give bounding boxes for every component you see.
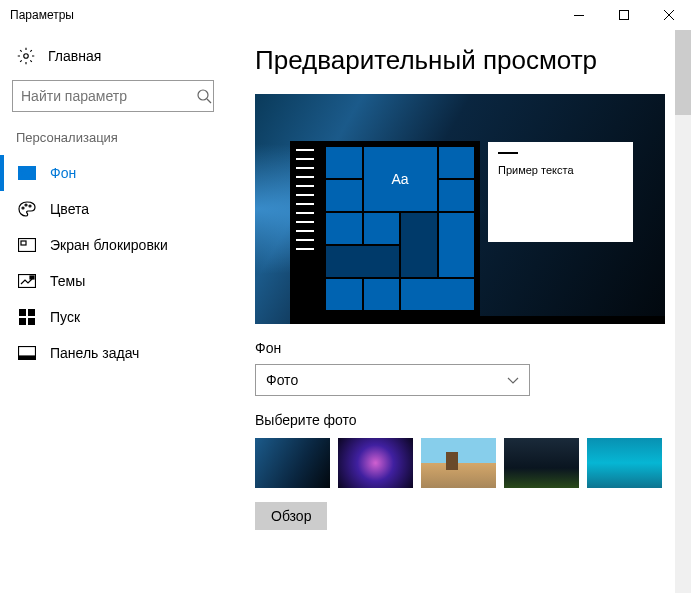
photo-thumbnail[interactable]	[255, 438, 330, 488]
svg-rect-1	[619, 11, 628, 20]
start-icon	[18, 309, 36, 325]
sample-tile: Aa	[364, 147, 437, 211]
photo-thumbnail[interactable]	[421, 438, 496, 488]
taskbar-preview	[290, 316, 665, 324]
svg-rect-0	[574, 15, 584, 16]
svg-rect-12	[30, 276, 34, 279]
photo-thumbnail[interactable]	[504, 438, 579, 488]
nav-label: Темы	[50, 273, 85, 289]
close-button[interactable]	[646, 0, 691, 30]
nav-label: Панель задач	[50, 345, 139, 361]
maximize-button[interactable]	[601, 0, 646, 30]
nav-label: Цвета	[50, 201, 89, 217]
home-label: Главная	[48, 48, 101, 64]
picture-icon	[18, 165, 36, 181]
photo-thumbnail[interactable]	[587, 438, 662, 488]
background-label: Фон	[255, 340, 671, 356]
nav-label: Пуск	[50, 309, 80, 325]
titlebar: Параметры	[0, 0, 691, 30]
home-nav[interactable]: Главная	[12, 40, 240, 72]
category-label: Персонализация	[12, 130, 240, 145]
svg-rect-10	[21, 241, 26, 245]
svg-rect-18	[19, 356, 36, 360]
window-title: Параметры	[10, 8, 556, 22]
taskbar-icon	[18, 345, 36, 361]
sidebar-item-themes[interactable]: Темы	[0, 263, 240, 299]
choose-photo-label: Выберите фото	[255, 412, 671, 428]
minimize-button[interactable]	[556, 0, 601, 30]
svg-point-2	[24, 54, 29, 59]
sidebar-item-taskbar[interactable]: Панель задач	[0, 335, 240, 371]
svg-point-6	[22, 207, 24, 209]
palette-icon	[18, 201, 36, 217]
search-box[interactable]	[12, 80, 214, 112]
svg-rect-13	[19, 309, 26, 316]
scrollbar-thumb[interactable]	[675, 30, 691, 115]
gear-icon	[16, 46, 36, 66]
photo-thumbnails	[255, 438, 671, 488]
page-title: Предварительный просмотр	[255, 45, 671, 76]
sidebar-item-lockscreen[interactable]: Экран блокировки	[0, 227, 240, 263]
search-input[interactable]	[21, 88, 196, 104]
svg-rect-14	[28, 309, 35, 316]
main-content: Предварительный просмотр Aa	[240, 30, 691, 593]
scrollbar[interactable]	[675, 30, 691, 593]
sidebar-item-colors[interactable]: Цвета	[0, 191, 240, 227]
maximize-icon	[619, 10, 629, 20]
svg-point-5	[22, 170, 25, 173]
chevron-down-icon	[507, 372, 519, 388]
sidebar: Главная Персонализация Фон Цвета	[0, 30, 240, 593]
select-value: Фото	[266, 372, 298, 388]
sample-text: Пример текста	[498, 164, 574, 176]
svg-rect-15	[19, 318, 26, 325]
background-select[interactable]: Фото	[255, 364, 530, 396]
svg-point-3	[198, 90, 208, 100]
browse-button[interactable]: Обзор	[255, 502, 327, 530]
themes-icon	[18, 273, 36, 289]
sample-window: Пример текста	[488, 142, 633, 242]
minimize-icon	[574, 15, 584, 16]
desktop-preview: Aa Пример текста	[255, 94, 665, 324]
sidebar-item-start[interactable]: Пуск	[0, 299, 240, 335]
svg-point-7	[25, 204, 27, 206]
svg-point-8	[29, 205, 31, 207]
start-menu-preview: Aa	[290, 141, 480, 316]
search-icon	[196, 88, 212, 104]
nav-label: Фон	[50, 165, 76, 181]
photo-thumbnail[interactable]	[338, 438, 413, 488]
close-icon	[664, 10, 674, 20]
sidebar-item-background[interactable]: Фон	[0, 155, 240, 191]
svg-rect-16	[28, 318, 35, 325]
nav-label: Экран блокировки	[50, 237, 168, 253]
lockscreen-icon	[18, 237, 36, 253]
